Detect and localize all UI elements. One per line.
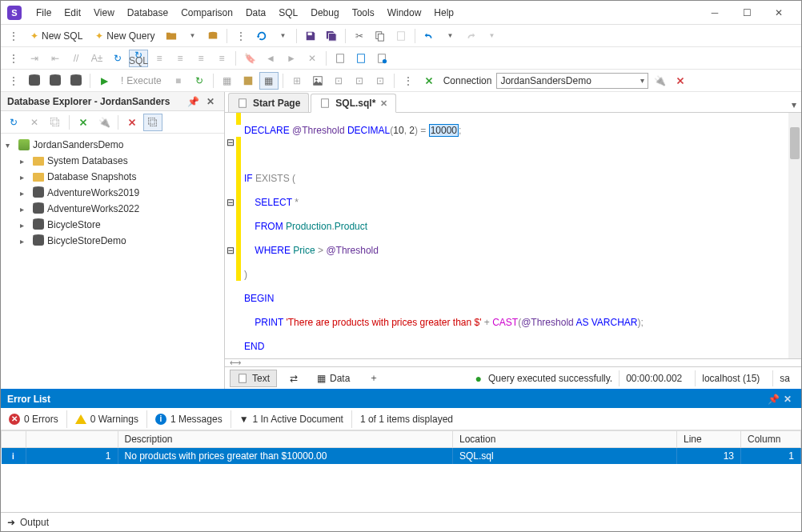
collapse-icon[interactable]: ▾ (6, 141, 15, 150)
maximize-button[interactable]: ☐ (731, 2, 763, 24)
close-icon[interactable]: ✕ (780, 392, 795, 406)
code-editor[interactable]: ⊟ ⊟ ⊟ DECLARE @Threshold DECIMAL(10, 2) … (225, 113, 801, 358)
close-panel-icon[interactable]: ✕ (203, 94, 218, 109)
output-bar[interactable]: ➜ Output (1, 512, 801, 531)
refresh-dropdown[interactable]: ▼ (273, 27, 292, 45)
filter-active-doc[interactable]: ▼1 In Active Document (231, 410, 352, 428)
tree-item-bicycle[interactable]: ▸BicycleStore (2, 217, 223, 233)
align-button-3[interactable]: ≡ (191, 50, 211, 67)
run-button[interactable]: ▶ (94, 72, 114, 90)
tree-item-aw2022[interactable]: ▸AdventureWorks2022 (2, 201, 223, 217)
new-sql-button[interactable]: ✦New SQL (25, 27, 88, 45)
expand-icon[interactable]: ▸ (20, 237, 30, 246)
result-tab-text[interactable]: Text (230, 370, 277, 387)
connection-dropdown[interactable]: JordanSandersDemo (496, 73, 648, 89)
doc-sql-button[interactable] (351, 50, 371, 67)
connect-icon[interactable] (419, 72, 439, 90)
sb-delete[interactable]: ✕ (25, 114, 44, 131)
reload-button[interactable]: ↻ (108, 50, 127, 67)
menu-edit[interactable]: Edit (58, 5, 87, 21)
db-btn-1[interactable] (25, 72, 44, 90)
error-row[interactable]: i 1 No products with prices greater than… (2, 448, 801, 465)
menu-view[interactable]: View (87, 5, 121, 21)
menu-database[interactable]: Database (121, 5, 174, 21)
splitter[interactable]: ⟷ (225, 358, 801, 366)
fold-gutter[interactable]: ⊟ ⊟ ⊟ (225, 113, 236, 358)
expand-icon[interactable]: ▸ (20, 173, 30, 182)
scrollbar-thumb[interactable] (790, 127, 800, 159)
result-btn-2[interactable] (239, 72, 258, 90)
plug-icon[interactable]: 🔌 (650, 72, 669, 90)
col-icon[interactable] (2, 431, 26, 448)
sb-new-conn[interactable] (74, 114, 93, 131)
menu-sql[interactable]: SQL (272, 5, 304, 21)
image-btn[interactable] (308, 72, 327, 90)
bookmark-clear[interactable]: ✕ (303, 50, 322, 67)
col-desc[interactable]: Description (118, 431, 453, 448)
db-btn-3[interactable] (66, 72, 86, 90)
result-tab-toggle[interactable]: ⇄ (283, 370, 304, 386)
bookmark-prev[interactable]: ◄ (261, 50, 280, 67)
align-center-button[interactable]: ≡ (170, 50, 190, 67)
open-button[interactable] (162, 27, 181, 45)
expand-icon[interactable]: ▸ (20, 157, 30, 166)
tab-startpage[interactable]: Start Page (228, 93, 309, 112)
undo-button[interactable] (419, 27, 439, 45)
sb-disconnect[interactable] (122, 114, 142, 131)
tab-menu-icon[interactable]: ▾ (787, 98, 801, 112)
tree-item-bicycledemo[interactable]: ▸BicycleStoreDemo (2, 233, 223, 249)
menu-file[interactable]: File (30, 5, 58, 21)
result-tab-add[interactable]: ＋ (363, 369, 385, 387)
filter-messages[interactable]: i1 Messages (147, 410, 231, 428)
result-tab-data[interactable]: ▦Data (311, 370, 356, 386)
expand-icon[interactable]: ▸ (20, 205, 30, 214)
paste-button[interactable] (391, 27, 411, 45)
outdent-button[interactable]: ⇤ (46, 50, 65, 67)
align-button-4[interactable]: ≡ (212, 50, 231, 67)
save-button[interactable] (301, 27, 320, 45)
stop-button[interactable]: ■ (169, 72, 188, 90)
menu-tools[interactable]: Tools (346, 5, 381, 21)
disconnect-icon[interactable] (671, 72, 690, 90)
filter-warnings[interactable]: 0 Warnings (67, 410, 147, 428)
filter-errors[interactable]: ✕0 Errors (1, 410, 67, 428)
bookmark-button[interactable]: 🔖 (240, 50, 259, 67)
new-query-button[interactable]: ✦New Query (90, 27, 160, 45)
pin-icon[interactable]: 📌 (186, 94, 200, 109)
export-btn-3[interactable]: ⊡ (371, 72, 390, 90)
code-content[interactable]: DECLARE @Threshold DECIMAL(10, 2) = 1000… (241, 113, 788, 358)
refresh-button[interactable] (252, 27, 271, 45)
error-table[interactable]: Description Location Line Column i 1 No … (1, 430, 801, 464)
menu-comparison[interactable]: Comparison (174, 5, 239, 21)
redo-button[interactable] (461, 27, 480, 45)
bookmark-next[interactable]: ► (282, 50, 301, 67)
redo-dropdown[interactable]: ▼ (482, 27, 501, 45)
expand-icon[interactable]: ▸ (20, 189, 30, 198)
doc-link-button[interactable] (372, 50, 391, 67)
result-btn-3[interactable]: ▦ (259, 72, 279, 90)
align-left-button[interactable]: ≡ (150, 50, 169, 67)
tab-close-icon[interactable]: ✕ (380, 98, 387, 109)
sb-copy[interactable]: ⿻ (46, 114, 65, 131)
format-sql-button[interactable]: ↻SQL (129, 50, 148, 67)
result-btn-1[interactable]: ▦ (218, 72, 237, 90)
tab-sql[interactable]: SQL.sql*✕ (311, 94, 396, 113)
menu-window[interactable]: Window (381, 5, 428, 21)
db-tree[interactable]: ▾ JordanSandersDemo ▸System Databases ▸D… (1, 134, 224, 389)
sb-filter[interactable]: ⿻ (143, 114, 162, 131)
fold-icon[interactable]: ⊟ (225, 197, 236, 209)
db-btn-2[interactable] (46, 72, 65, 90)
menu-help[interactable]: Help (427, 5, 460, 21)
comment-button[interactable]: // (66, 50, 86, 67)
close-button[interactable]: ✕ (763, 2, 795, 24)
fold-icon[interactable]: ⊟ (225, 245, 236, 257)
export-btn-2[interactable]: ⊡ (350, 72, 369, 90)
exec-refresh-button[interactable]: ↻ (190, 72, 209, 90)
cut-button[interactable]: ✂ (350, 27, 369, 45)
expand-icon[interactable]: ▸ (20, 221, 30, 230)
undo-dropdown[interactable]: ▼ (440, 27, 459, 45)
pin-icon[interactable]: 📌 (766, 392, 780, 406)
indent-button[interactable]: ⇥ (25, 50, 44, 67)
col-col[interactable]: Column (741, 431, 801, 448)
col-loc[interactable]: Location (453, 431, 677, 448)
